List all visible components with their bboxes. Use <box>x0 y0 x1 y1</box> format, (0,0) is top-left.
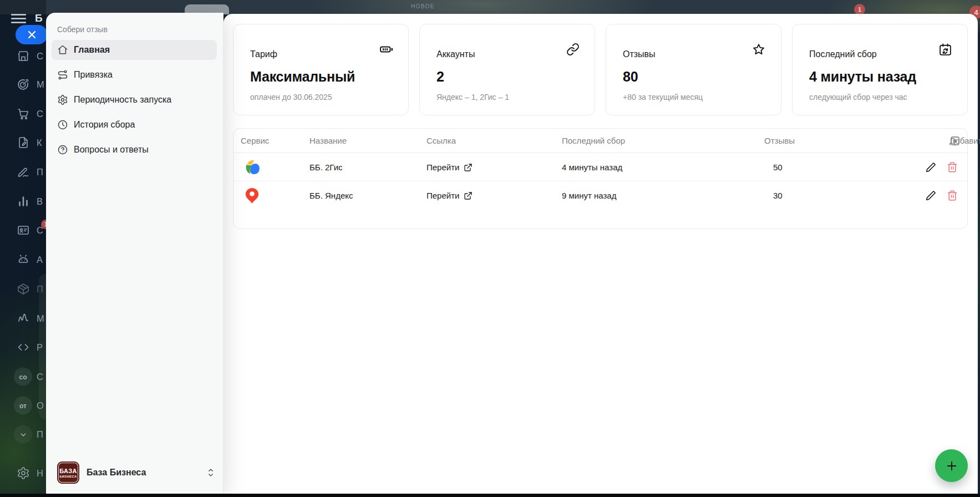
sidebar-item-cart[interactable]: С <box>0 104 46 123</box>
stat-cards: Тариф Максимальный оплачен до 30.06.2025… <box>233 24 968 115</box>
sidebar-item-signature[interactable]: П <box>0 163 46 181</box>
card-tariff: Тариф Максимальный оплачен до 30.06.2025 <box>233 24 409 115</box>
last-collect-value: 9 минут назад <box>562 181 616 210</box>
file-edit-icon <box>17 136 30 149</box>
sidebar-item-id-card[interactable]: 1 С <box>0 221 46 240</box>
drawer-title: Собери отзыв <box>57 25 223 34</box>
drawer-item-schedule[interactable]: Периодичность запуска <box>52 90 217 110</box>
drawer-item-history[interactable]: История сбора <box>52 115 217 135</box>
drawer-item-binding[interactable]: Привязка <box>52 65 217 85</box>
star-icon <box>751 43 766 57</box>
workspace-name: База Бизнеса <box>87 468 199 478</box>
sidebar-item-file-edit[interactable]: К <box>0 133 46 152</box>
sidebar-item-package[interactable]: П <box>0 280 46 298</box>
collect-reviews-drawer: Собери отзыв Главная Привязка Периодично… <box>46 13 224 494</box>
open-service-link[interactable]: Перейти <box>426 153 473 181</box>
external-link-icon <box>464 191 473 200</box>
history-icon <box>57 119 68 130</box>
target-icon <box>17 78 30 91</box>
table-row: ББ. 2Гис Перейти 4 минуты назад 50 <box>233 153 967 181</box>
card-title: Тариф <box>250 49 393 59</box>
card-value: Максимальный <box>250 69 393 85</box>
code-icon <box>17 341 30 354</box>
last-collect-value: 4 минуты назад <box>562 153 622 181</box>
help-circle-icon <box>57 144 68 155</box>
ot-badge-icon: от <box>14 397 32 415</box>
drawer-item-faq[interactable]: Вопросы и ответы <box>52 140 217 160</box>
card-title: Последний сбор <box>809 49 952 59</box>
app-sidebar: Б С М С К <box>0 0 46 497</box>
edit-button[interactable] <box>925 190 937 202</box>
card-subtitle: оплачен до 30.06.2025 <box>250 93 393 102</box>
sidebar-item-ot[interactable]: от О <box>0 396 46 415</box>
sidebar-item-co[interactable]: co С <box>0 367 46 386</box>
reviews-count: 30 <box>773 181 783 210</box>
co-badge-icon: co <box>14 368 32 386</box>
reviews-count: 50 <box>773 153 783 181</box>
chevron-down-icon <box>14 425 32 444</box>
trash-icon <box>947 161 958 173</box>
link-icon <box>566 43 580 56</box>
plus-icon <box>946 460 958 472</box>
sidebar-item-expand[interactable]: П <box>0 425 46 444</box>
workspace-logo: БАЗА БИЗНЕСА <box>57 462 79 484</box>
sidebar-item-code[interactable]: Р <box>0 338 46 357</box>
sidebar-item-storefront[interactable]: С <box>0 47 46 65</box>
drawer-menu: Главная Привязка Периодичность запуска И… <box>46 40 223 160</box>
card-value: 80 <box>623 69 765 85</box>
battery-icon <box>379 43 393 56</box>
drawer-item-main[interactable]: Главная <box>52 40 217 60</box>
notification-badge: 1 <box>854 4 865 15</box>
home-icon <box>57 44 68 55</box>
workspace-switcher[interactable]: БАЗА БИЗНЕСА База Бизнеса <box>57 462 215 484</box>
card-accounts: Аккаунты 2 Яндекс – 1, 2Гис – 1 <box>419 24 595 115</box>
open-service-link[interactable]: Перейти <box>426 181 473 210</box>
edit-button[interactable] <box>925 161 937 174</box>
route-icon <box>57 69 68 80</box>
card-subtitle: следующий сбор через час <box>809 93 952 102</box>
gear-icon <box>57 94 68 105</box>
card-subtitle: Яндекс – 1, 2Гис – 1 <box>436 93 579 102</box>
cart-icon <box>17 107 30 120</box>
add-service-button[interactable]: Добавить <box>949 129 961 153</box>
close-drawer-button[interactable] <box>16 25 48 44</box>
col-service: Сервис <box>241 129 269 153</box>
col-last-collect: Последний сбор <box>562 129 625 153</box>
card-subtitle: +80 за текущий месяц <box>623 93 765 102</box>
add-fab-button[interactable] <box>935 449 968 482</box>
calendar-sync-icon <box>938 43 952 57</box>
services-table: Сервис Название Ссылка Последний сбор От… <box>233 128 968 229</box>
sidebar-item-settings[interactable]: Н <box>0 464 46 483</box>
main-content: Тариф Максимальный оплачен до 30.06.2025… <box>224 14 978 494</box>
hamburger-icon <box>11 14 26 23</box>
card-value: 4 минуты назад <box>809 69 952 85</box>
service-name: ББ. 2Гис <box>309 153 343 181</box>
sidebar-item-android[interactable]: А <box>0 250 46 269</box>
delete-button[interactable] <box>947 161 958 173</box>
chevron-up-down-icon <box>206 468 215 478</box>
sidebar-item-stats[interactable]: В <box>0 192 46 211</box>
storefront-icon <box>17 49 30 63</box>
service-logo-yandex <box>245 187 260 204</box>
sidebar-item-waves[interactable]: М <box>0 309 46 328</box>
signature-icon <box>17 165 30 179</box>
service-logo-2gis <box>245 159 261 175</box>
card-value: 2 <box>436 69 579 85</box>
card-reviews: Отзывы 80 +80 за текущий месяц <box>606 24 781 115</box>
col-name: Название <box>309 129 347 153</box>
sidebar-item-target[interactable]: М <box>0 75 46 94</box>
pencil-icon <box>925 161 937 174</box>
package-icon <box>17 282 30 296</box>
external-link-icon <box>464 163 473 172</box>
android-icon <box>17 253 30 266</box>
pencil-icon <box>925 190 937 202</box>
delete-button[interactable] <box>947 190 958 201</box>
screen-bottom-edge <box>0 494 980 497</box>
col-link: Ссылка <box>426 129 456 153</box>
bar-chart-icon <box>17 195 30 208</box>
menu-toggle-button[interactable] <box>11 14 26 23</box>
table-row: ББ. Яндекс Перейти 9 минут назад 30 <box>233 181 967 210</box>
close-icon <box>28 31 36 39</box>
app-title-clipped: Б <box>35 12 46 24</box>
col-reviews: Отзывы <box>764 129 795 153</box>
